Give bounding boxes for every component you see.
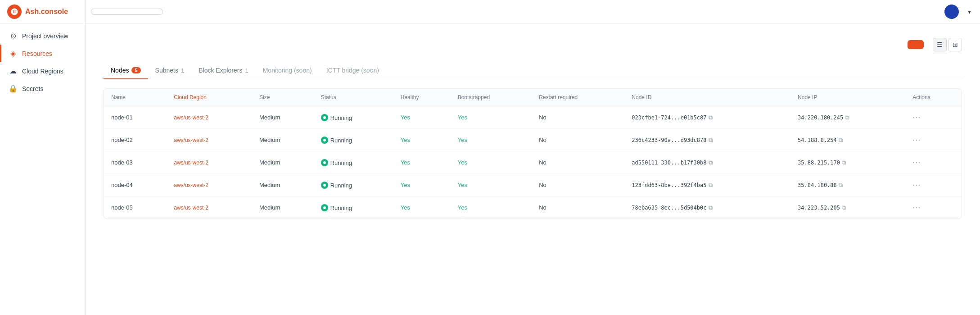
list-icon: ☰ <box>937 41 943 48</box>
row-actions-button-1[interactable]: ··· <box>912 135 921 145</box>
tab-block-explorers-count: 1 <box>245 67 248 74</box>
header-actions: ☰ ⊞ <box>908 38 962 51</box>
copy-node-id-icon-1[interactable]: ⧉ <box>709 137 713 144</box>
cell-status-0: Running <box>314 106 393 129</box>
grid-view-button[interactable]: ⊞ <box>948 38 962 51</box>
status-running-icon <box>321 114 328 121</box>
tabs: Nodes 5 Subnets 1 Block Explorers 1 Moni… <box>104 62 962 79</box>
cell-node-id-2: ad550111-330...b17f30b8 ⧉ <box>624 151 790 174</box>
tab-subnets-label: Subnets <box>155 67 178 74</box>
cell-size-2: Medium <box>252 151 314 174</box>
cell-node-id-4: 78eba635-8ec...5d504b0c ⧉ <box>624 196 790 219</box>
project-overview-icon: ⊙ <box>9 32 18 40</box>
sidebar-item-cloud-regions[interactable]: ☁ Cloud Regions <box>0 62 85 80</box>
table-body: node-01 aws/us-west-2 Medium Running Yes… <box>104 106 962 219</box>
sidebar-item-secrets[interactable]: 🔒 Secrets <box>0 80 85 97</box>
copy-node-id-icon-2[interactable]: ⧉ <box>709 159 713 166</box>
tab-block-explorers[interactable]: Block Explorers 1 <box>191 62 256 79</box>
tab-monitoring-label: Monitoring (soon) <box>263 67 312 74</box>
copy-node-id-icon-3[interactable]: ⧉ <box>709 182 713 189</box>
nodes-table-container: Name Cloud Region Size Status Healthy Bo… <box>104 88 962 219</box>
cell-size-3: Medium <box>252 174 314 196</box>
cloud-regions-icon: ☁ <box>9 67 18 75</box>
app-title: Ash.console <box>25 8 68 16</box>
sidebar-item-label: Project overview <box>22 32 68 40</box>
row-actions-button-4[interactable]: ··· <box>912 203 921 212</box>
tab-monitoring: Monitoring (soon) <box>256 62 319 79</box>
sidebar: ⊙ Project overview ◈ Resources ☁ Cloud R… <box>0 23 86 315</box>
status-running-icon <box>321 204 328 211</box>
cell-name-0: node-01 <box>104 106 167 129</box>
tab-block-explorers-label: Block Explorers <box>199 67 242 74</box>
row-actions-button-0[interactable]: ··· <box>912 113 921 122</box>
list-view-button[interactable]: ☰ <box>933 38 947 51</box>
cell-healthy-3: Yes <box>393 174 451 196</box>
tab-subnets[interactable]: Subnets 1 <box>148 62 192 79</box>
table-row: node-04 aws/us-west-2 Medium Running Yes… <box>104 174 962 196</box>
cell-actions-3: ··· <box>905 174 962 196</box>
tab-ictt-bridge-label: ICTT bridge (soon) <box>326 67 379 74</box>
cell-node-ip-2: 35.88.215.170 ⧉ <box>790 151 905 174</box>
topbar-right: ▾ <box>930 5 971 19</box>
cell-status-2: Running <box>314 151 393 174</box>
col-actions: Actions <box>905 89 962 106</box>
cell-cloud-region-4: aws/us-west-2 <box>167 196 252 219</box>
cell-name-4: node-05 <box>104 196 167 219</box>
project-selector[interactable] <box>91 9 163 15</box>
tab-nodes-badge: 5 <box>131 67 140 73</box>
table-header: Name Cloud Region Size Status Healthy Bo… <box>104 89 962 106</box>
col-node-id: Node ID <box>624 89 790 106</box>
cell-bootstrapped-0: Yes <box>451 106 532 129</box>
resources-icon: ◈ <box>9 49 18 58</box>
row-actions-button-2[interactable]: ··· <box>912 158 921 167</box>
cell-actions-0: ··· <box>905 106 962 129</box>
row-actions-button-3[interactable]: ··· <box>912 180 921 190</box>
col-bootstrapped: Bootstrapped <box>451 89 532 106</box>
copy-node-ip-icon-2[interactable]: ⧉ <box>842 159 846 166</box>
table-row: node-05 aws/us-west-2 Medium Running Yes… <box>104 196 962 219</box>
status-running-icon <box>321 159 328 166</box>
create-node-button[interactable] <box>908 40 924 49</box>
tab-subnets-count: 1 <box>181 67 184 74</box>
cell-node-ip-4: 34.223.52.205 ⧉ <box>790 196 905 219</box>
avatar <box>944 5 959 19</box>
sidebar-item-label: Resources <box>22 50 52 57</box>
copy-node-ip-icon-4[interactable]: ⧉ <box>842 204 846 211</box>
cell-node-ip-0: 34.220.180.245 ⧉ <box>790 106 905 129</box>
copy-node-ip-icon-1[interactable]: ⧉ <box>839 137 843 144</box>
cell-size-1: Medium <box>252 129 314 151</box>
copy-node-ip-icon-3[interactable]: ⧉ <box>839 182 843 189</box>
cell-healthy-4: Yes <box>393 196 451 219</box>
cell-name-3: node-04 <box>104 174 167 196</box>
status-running-icon <box>321 182 328 189</box>
copy-node-ip-icon-0[interactable]: ⧉ <box>845 114 849 121</box>
table-row: node-01 aws/us-west-2 Medium Running Yes… <box>104 106 962 129</box>
cell-restart-required-1: No <box>532 129 624 151</box>
cell-actions-1: ··· <box>905 129 962 151</box>
sidebar-item-project-overview[interactable]: ⊙ Project overview <box>0 27 85 45</box>
table-row: node-02 aws/us-west-2 Medium Running Yes… <box>104 129 962 151</box>
sidebar-item-resources[interactable]: ◈ Resources <box>0 45 85 62</box>
user-menu[interactable]: ▾ <box>966 8 971 15</box>
sidebar-item-label: Cloud Regions <box>22 68 63 75</box>
cell-node-id-1: 236c4233-90a...d93dc878 ⧉ <box>624 129 790 151</box>
cell-status-4: Running <box>314 196 393 219</box>
col-cloud-region[interactable]: Cloud Region <box>167 89 252 106</box>
cell-healthy-1: Yes <box>393 129 451 151</box>
chevron-down-icon: ▾ <box>968 8 971 15</box>
copy-node-id-icon-0[interactable]: ⧉ <box>709 114 713 121</box>
cell-healthy-2: Yes <box>393 151 451 174</box>
main-content: ☰ ⊞ Nodes 5 Subnets 1 Block Explorers 1 <box>86 23 980 315</box>
cell-size-4: Medium <box>252 196 314 219</box>
cell-size-0: Medium <box>252 106 314 129</box>
cell-name-1: node-02 <box>104 129 167 151</box>
col-status: Status <box>314 89 393 106</box>
cell-node-ip-1: 54.188.8.254 ⧉ <box>790 129 905 151</box>
cell-actions-4: ··· <box>905 196 962 219</box>
col-node-ip: Node IP <box>790 89 905 106</box>
tab-nodes[interactable]: Nodes 5 <box>104 62 148 79</box>
cell-status-3: Running <box>314 174 393 196</box>
cell-node-ip-3: 35.84.180.88 ⧉ <box>790 174 905 196</box>
status-running-icon <box>321 137 328 144</box>
copy-node-id-icon-4[interactable]: ⧉ <box>709 204 713 211</box>
